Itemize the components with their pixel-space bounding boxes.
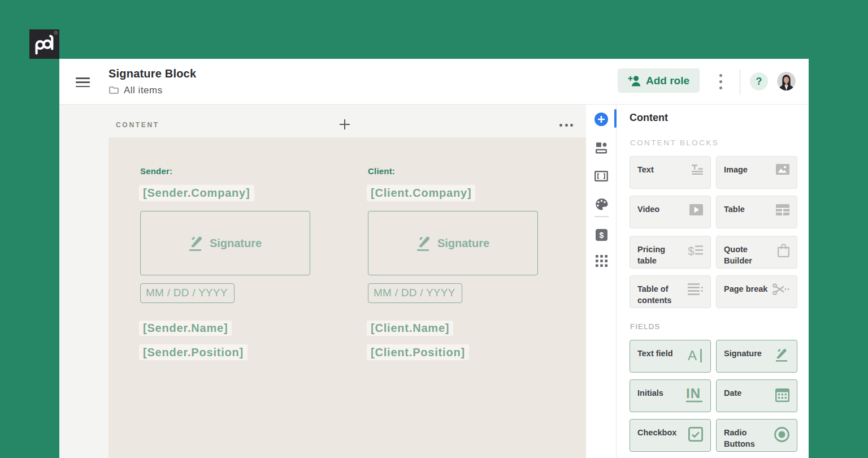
svg-text:$: $ bbox=[599, 231, 604, 240]
svg-text:IN: IN bbox=[686, 387, 701, 401]
svg-text:A: A bbox=[688, 348, 697, 363]
svg-text:$: $ bbox=[688, 244, 695, 257]
